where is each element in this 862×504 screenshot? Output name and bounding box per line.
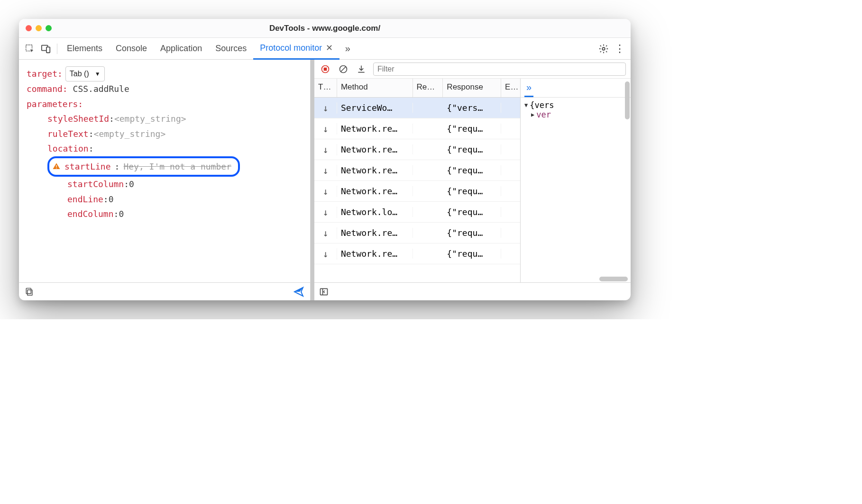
tab-protocol-label: Protocol monitor (260, 43, 322, 53)
response-tree: ▼ {vers ▶ ver (521, 98, 631, 282)
parameters-key: parameters: (27, 97, 83, 112)
inspect-element-icon[interactable] (22, 41, 38, 57)
th-elapsed[interactable]: E… (501, 79, 520, 97)
protocol-log-panel: T… Method Re… Response E… ↓ ServiceWo… {… (314, 60, 631, 300)
arrow-down-icon: ↓ (318, 248, 333, 260)
command-value[interactable]: CSS.addRule (73, 81, 129, 97)
param-endcolumn[interactable]: endColumn : 0 (27, 207, 303, 222)
command-row: command: CSS.addRule (27, 81, 303, 97)
download-button[interactable] (355, 63, 367, 75)
sidebar-tabs: » (521, 79, 631, 98)
settings-gear-icon[interactable] (596, 41, 612, 57)
traffic-lights (26, 25, 52, 31)
table-row[interactable]: ↓ Network.lo… {"requ… (314, 202, 520, 223)
log-content: T… Method Re… Response E… ↓ ServiceWo… {… (314, 79, 631, 282)
arrow-down-icon: ↓ (318, 186, 333, 197)
maximize-window-button[interactable] (46, 25, 52, 31)
tree-root[interactable]: ▼ {vers (524, 100, 627, 110)
tab-elements[interactable]: Elements (60, 38, 109, 60)
device-toolbar-icon[interactable] (38, 41, 54, 57)
table-body: ↓ ServiceWo… {"vers… ↓ Network.re… {"req… (314, 98, 520, 264)
tab-sources[interactable]: Sources (209, 38, 253, 60)
table-row[interactable]: ↓ Network.re… {"requ… (314, 181, 520, 202)
close-tab-icon[interactable]: ✕ (326, 43, 333, 53)
expand-triangle-icon: ▼ (524, 102, 528, 108)
minimize-window-button[interactable] (36, 25, 42, 31)
param-endline[interactable]: endLine : 0 (27, 192, 303, 207)
arrow-down-icon: ↓ (318, 207, 333, 218)
record-button[interactable] (319, 63, 331, 75)
table-row[interactable]: ↓ Network.re… {"requ… (314, 160, 520, 181)
target-row: target: Tab () ▼ (27, 66, 303, 81)
th-response[interactable]: Response (443, 79, 501, 97)
main-tabbar: Elements Console Application Sources Pro… (19, 38, 631, 60)
th-request[interactable]: Re… (413, 79, 443, 97)
log-table: T… Method Re… Response E… ↓ ServiceWo… {… (314, 79, 521, 282)
startline-value[interactable]: Hey, I'm not a number (123, 159, 231, 174)
arrow-down-icon: ↓ (318, 123, 333, 135)
filter-input[interactable] (373, 63, 626, 76)
arrow-down-icon: ↓ (318, 144, 333, 155)
log-toolbar (314, 60, 631, 79)
horizontal-scrollbar-thumb[interactable] (599, 277, 628, 281)
th-type[interactable]: T… (314, 79, 337, 97)
target-key: target: (27, 66, 63, 81)
target-select-value: Tab () (70, 67, 89, 81)
th-method[interactable]: Method (337, 79, 413, 97)
param-stylesheetid[interactable]: styleSheetId : <empty_string> (27, 111, 303, 126)
devtools-window: DevTools - www.google.com/ Elements Cons… (19, 19, 631, 300)
svg-rect-2 (46, 47, 50, 53)
arrow-down-icon: ↓ (318, 165, 333, 176)
param-ruletext[interactable]: ruleText : <empty_string> (27, 126, 303, 142)
details-sidebar: » ▼ {vers ▶ ver (521, 79, 631, 282)
select-caret-icon: ▼ (95, 69, 101, 79)
arrow-down-icon: ↓ (318, 227, 333, 239)
command-key: command: (27, 81, 68, 97)
table-row[interactable]: ↓ Network.re… {"requ… (314, 223, 520, 243)
tree-child[interactable]: ▶ ver (524, 110, 627, 119)
clear-button[interactable] (337, 63, 349, 75)
command-editor: target: Tab () ▼ command: CSS.addRule pa… (19, 60, 310, 282)
warning-icon (52, 162, 61, 171)
window-title: DevTools - www.google.com/ (19, 24, 631, 33)
table-row[interactable]: ↓ Network.re… {"requ… (314, 243, 520, 264)
param-location: location : (27, 141, 303, 156)
tabbar-separator (57, 44, 57, 54)
vertical-scrollbar-thumb[interactable] (625, 81, 630, 119)
startline-key: startLine (64, 159, 111, 174)
validation-highlight: startLine : Hey, I'm not a number (47, 156, 240, 177)
param-startline-row: startLine : Hey, I'm not a number (27, 156, 303, 177)
svg-point-3 (602, 47, 605, 50)
svg-rect-6 (28, 289, 32, 295)
titlebar: DevTools - www.google.com/ (19, 19, 631, 38)
tab-console[interactable]: Console (109, 38, 154, 60)
table-header: T… Method Re… Response E… (314, 79, 520, 98)
toggle-drawer-icon[interactable] (319, 287, 329, 297)
svg-line-11 (341, 67, 346, 72)
send-command-button[interactable] (293, 286, 304, 297)
svg-rect-5 (56, 168, 57, 169)
editor-footer (19, 282, 310, 300)
tab-protocol-monitor[interactable]: Protocol monitor ✕ (253, 38, 339, 60)
param-startcolumn[interactable]: startColumn : 0 (27, 177, 303, 192)
kebab-menu-icon[interactable]: ⋮ (612, 41, 628, 57)
vertical-splitter[interactable] (311, 60, 314, 300)
log-footer (314, 282, 631, 300)
expand-triangle-icon: ▶ (531, 111, 534, 118)
tab-application[interactable]: Application (154, 38, 209, 60)
close-window-button[interactable] (26, 25, 32, 31)
command-editor-panel: target: Tab () ▼ command: CSS.addRule pa… (19, 60, 311, 300)
table-row[interactable]: ↓ Network.re… {"requ… (314, 139, 520, 160)
parameters-row: parameters: (27, 97, 303, 112)
svg-rect-7 (26, 288, 31, 294)
svg-rect-4 (56, 165, 57, 167)
copy-icon[interactable] (25, 287, 34, 297)
arrow-down-icon: ↓ (318, 102, 333, 114)
content-area: target: Tab () ▼ command: CSS.addRule pa… (19, 60, 631, 300)
svg-rect-9 (324, 67, 327, 71)
table-row[interactable]: ↓ Network.re… {"requ… (314, 118, 520, 139)
more-tabs-icon[interactable]: » (339, 41, 356, 57)
table-row[interactable]: ↓ ServiceWo… {"vers… (314, 98, 520, 118)
target-select[interactable]: Tab () ▼ (65, 66, 105, 81)
more-sidebar-tabs-icon[interactable]: » (524, 79, 533, 97)
